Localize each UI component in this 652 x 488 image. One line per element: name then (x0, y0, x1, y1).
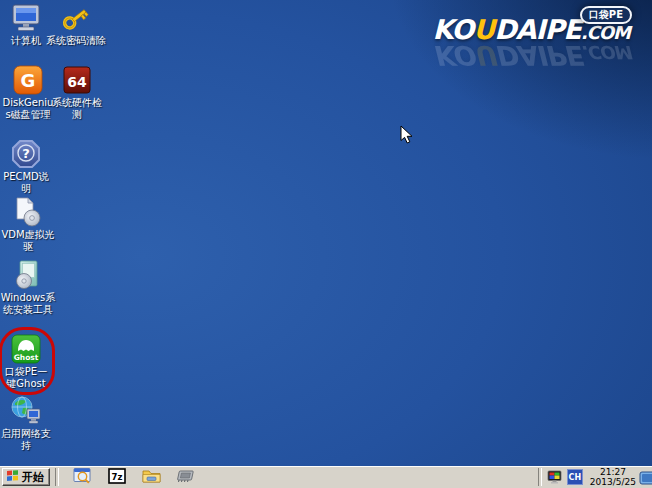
pe-badge: 口袋PE (580, 6, 632, 24)
globe-computer-icon (10, 396, 42, 426)
hw64-icon: 64 (61, 65, 93, 95)
software-box-disc-icon (12, 260, 44, 290)
desktop-icon-label: 口袋PE一键Ghost (0, 366, 52, 390)
start-button-label: 开始 (22, 470, 44, 485)
7zip-button[interactable]: 7z (107, 468, 127, 486)
page-disc-icon (12, 197, 44, 227)
display-settings-tray-icon[interactable] (547, 470, 564, 485)
7z-icon: 7z (108, 468, 126, 487)
desktop-icon-label: 启用网络支持 (0, 428, 52, 452)
desktop-icon-network[interactable]: 启用网络支持 (0, 396, 52, 452)
svg-text:Ghost: Ghost (14, 353, 39, 362)
desktop-icon-vdm[interactable]: VDM虚拟光驱 (0, 197, 56, 253)
svg-text:64: 64 (67, 74, 87, 90)
file-manager-button[interactable] (141, 468, 161, 486)
language-indicator[interactable]: CH (567, 469, 583, 485)
desktop-icon-ghost[interactable]: Ghost 口袋PE一键Ghost (0, 334, 52, 390)
desktop-icon-label: 系统硬件检测 (48, 97, 106, 121)
desktop-icon-hardware-detect[interactable]: 64 系统硬件检测 (48, 65, 106, 121)
desktop[interactable]: 口袋PE KOUDAIPE.COM KOUDAIPE.COM 计算机 (0, 0, 652, 466)
mouse-cursor (400, 125, 413, 148)
tray-divider (538, 468, 542, 486)
desktop-icon-password-clear[interactable]: 系统密码清除 (45, 3, 107, 47)
tray-time: 21:27 (590, 467, 636, 477)
desktop-icon-windows-setup[interactable]: Windows系统安装工具 (0, 260, 56, 316)
magnifier-window-icon (73, 467, 93, 487)
ghost-icon: Ghost (10, 334, 42, 364)
start-button[interactable]: 开始 (2, 468, 50, 486)
koudaipe-logo: 口袋PE KOUDAIPE.COM KOUDAIPE.COM (433, 16, 630, 69)
svg-text:G: G (21, 70, 36, 91)
chip-icon (175, 468, 195, 486)
logo-reflection: KOUDAIPE.COM (433, 38, 630, 69)
desktop-icon-pecmd-help[interactable]: ? PECMD说明 (0, 139, 52, 195)
screen: 口袋PE KOUDAIPE.COM KOUDAIPE.COM 计算机 (0, 0, 652, 488)
desktop-icon-label: VDM虚拟光驱 (0, 229, 56, 253)
quick-launch-bar: 7z (73, 468, 195, 486)
desktop-icon-label: Windows系统安装工具 (0, 292, 56, 316)
tray-date: 2013/5/25 (590, 477, 636, 487)
windows-flag-icon (6, 470, 19, 485)
question-octagon-icon: ? (10, 139, 42, 169)
computer-icon (10, 3, 42, 33)
folder-icon (142, 468, 161, 487)
system-tray: CH 21:27 2013/5/25 (538, 466, 652, 488)
svg-text:?: ? (22, 146, 30, 161)
memory-tool-button[interactable] (175, 468, 195, 486)
tray-monitor-icon[interactable] (639, 470, 652, 484)
taskbar-divider (55, 468, 59, 486)
desktop-icon-label: PECMD说明 (0, 171, 52, 195)
key-icon (60, 3, 92, 33)
svg-text:7z: 7z (112, 471, 123, 481)
desktop-icon-label: 系统密码清除 (46, 35, 106, 47)
tray-clock[interactable]: 21:27 2013/5/25 (590, 467, 636, 487)
desktop-icon-label: 计算机 (11, 35, 41, 47)
pe-utility-button[interactable] (73, 468, 93, 486)
taskbar: 开始 7z (0, 466, 652, 488)
diskgenius-icon: G (12, 65, 44, 95)
